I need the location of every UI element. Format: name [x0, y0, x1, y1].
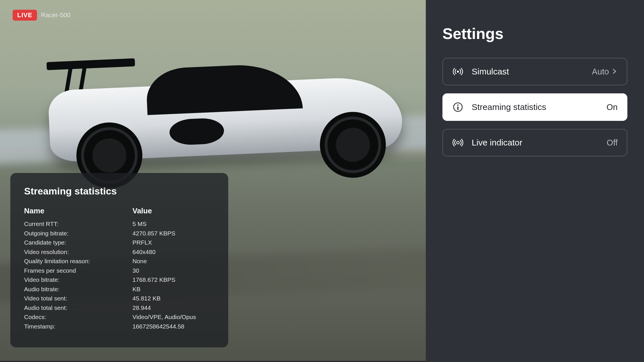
- stats-row: Frames per second30: [24, 266, 214, 276]
- settings-panel: Settings SimulcastAutoStreaming statisti…: [426, 0, 644, 362]
- video-viewer[interactable]: LIVE Racer-500 Streaming statistics Name…: [0, 0, 426, 361]
- stats-row: Video resolution:640x480: [24, 247, 214, 257]
- live-row: LIVE Racer-500: [13, 10, 71, 21]
- stats-col-value: Value: [132, 206, 152, 215]
- setting-value: On: [606, 103, 618, 112]
- streaming-statistics-overlay: Streaming statistics Name Value Current …: [10, 173, 228, 347]
- stats-row: Timestamp:1667258642544.58: [24, 322, 214, 331]
- info-icon: [452, 101, 464, 113]
- stats-row-name: Codecs:: [24, 312, 132, 322]
- setting-label: Streaming statistics: [472, 102, 598, 112]
- stats-row-value: None: [132, 257, 214, 266]
- stats-row-value: 1667258642544.58: [132, 322, 214, 331]
- stats-row: Video total sent:45.812 KB: [24, 294, 214, 303]
- stats-row-name: Outgoing bitrate:: [24, 229, 132, 238]
- settings-list: SimulcastAutoStreaming statisticsOnLive …: [442, 58, 627, 156]
- stats-row-value: KB: [132, 285, 214, 294]
- setting-streaming-statistics[interactable]: Streaming statisticsOn: [442, 93, 627, 121]
- setting-label: Simulcast: [472, 67, 584, 76]
- settings-title: Settings: [442, 25, 627, 42]
- stats-row: Current RTT:5 MS: [24, 219, 214, 229]
- stats-row-value: 45.812 KB: [132, 294, 214, 303]
- stats-row-name: Timestamp:: [24, 322, 132, 331]
- stats-row-name: Frames per second: [24, 266, 132, 276]
- live-badge: LIVE: [13, 10, 37, 21]
- stats-row-name: Current RTT:: [24, 219, 132, 229]
- stats-row-name: Audio total sent:: [24, 303, 132, 313]
- stats-row-value: 4270.857 KBPS: [132, 229, 214, 238]
- stats-row-name: Video resolution:: [24, 247, 132, 257]
- stats-title: Streaming statistics: [24, 186, 214, 197]
- setting-value: Off: [607, 138, 618, 147]
- stats-row-value: 640x480: [132, 247, 214, 257]
- stats-row-value: Video/VPE, Audio/Opus: [132, 312, 214, 322]
- stats-row: Video bitrate:1768.672 KBPS: [24, 275, 214, 285]
- setting-label: Live indicator: [472, 138, 599, 147]
- setting-live-indicator[interactable]: Live indicatorOff: [442, 129, 627, 156]
- setting-simulcast[interactable]: SimulcastAuto: [442, 58, 627, 85]
- stats-row-name: Audio bitrate:: [24, 285, 132, 294]
- video-content-car: [46, 41, 404, 179]
- stats-row-value: 1768.672 KBPS: [132, 275, 214, 285]
- stats-row: Quality limitation reason:None: [24, 257, 214, 266]
- stats-row-value: 28.944: [132, 303, 214, 313]
- stats-col-name: Name: [24, 206, 132, 215]
- stats-row-value: 30: [132, 266, 214, 276]
- stats-row-name: Video total sent:: [24, 294, 132, 303]
- stream-name: Racer-500: [41, 11, 71, 19]
- stats-rows: Current RTT:5 MSOutgoing bitrate:4270.85…: [24, 219, 214, 331]
- stats-row-name: Video bitrate:: [24, 275, 132, 285]
- stats-row: Candidate type:PRFLX: [24, 238, 214, 247]
- stats-row: Audio total sent:28.944: [24, 303, 214, 313]
- stats-row-name: Quality limitation reason:: [24, 257, 132, 266]
- stats-row-name: Candidate type:: [24, 238, 132, 247]
- stats-row: Outgoing bitrate:4270.857 KBPS: [24, 229, 214, 238]
- broadcast-icon: [452, 66, 464, 77]
- stats-row: Codecs:Video/VPE, Audio/Opus: [24, 312, 214, 322]
- live-icon: [452, 137, 464, 148]
- stats-header-row: Name Value: [24, 206, 214, 215]
- stats-row-value: PRFLX: [132, 238, 214, 247]
- stats-row: Audio bitrate:KB: [24, 285, 214, 294]
- chevron-right-icon: [611, 67, 618, 76]
- stats-row-value: 5 MS: [132, 219, 214, 229]
- setting-value: Auto: [592, 67, 618, 76]
